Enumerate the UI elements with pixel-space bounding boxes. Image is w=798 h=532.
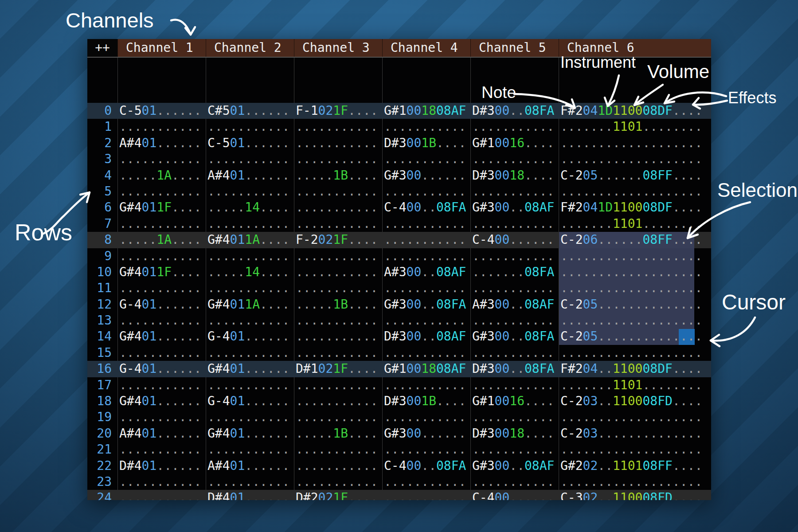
pattern-cell-ch1[interactable]: G#401...... [117,329,206,344]
pattern-cell-ch2[interactable]: A#401...... [206,168,294,184]
pattern-cell-ch4[interactable]: G#1001808AF [382,361,470,377]
pattern-cell-ch6[interactable]: F#204..110008DF.... [559,361,711,377]
pattern-cell-ch3[interactable]: ........... [294,216,382,232]
pattern-cell-ch1[interactable]: ........... [117,345,206,361]
pattern-cell-ch6[interactable]: ................... [559,409,711,425]
pattern-cell-ch4[interactable]: D#3001B.... [382,135,470,151]
pattern-cell-ch3[interactable]: ........... [294,264,382,280]
pattern-cell-ch6[interactable]: C-205......08FF.... [559,168,711,184]
pattern-cell-ch3[interactable]: .....1B.... [294,297,382,313]
pattern-cell-ch5[interactable]: ........... [470,248,559,264]
pattern-cell-ch6[interactable]: ................... [559,474,711,490]
pattern-cell-ch3[interactable]: ........... [294,345,382,361]
pattern-cell-ch3[interactable]: ........... [294,280,382,296]
pattern-cell-ch3[interactable]: .....1B.... [294,426,382,442]
pattern-cell-ch2[interactable]: ........... [206,313,294,329]
pattern-cell-ch3[interactable]: ........... [294,313,382,329]
pattern-cell-ch4[interactable]: ........... [382,490,470,500]
pattern-cell-ch3[interactable]: F-2021F.... [294,232,382,248]
pattern-cell-ch2[interactable]: G#401...... [206,426,294,442]
pattern-cell-ch1[interactable]: .....1A.... [117,168,206,184]
pattern-cell-ch1[interactable]: G#4011F.... [117,200,206,215]
pattern-cell-ch1[interactable]: ........... [117,151,206,167]
pattern-cell-ch4[interactable]: ........... [382,377,470,393]
pattern-cell-ch5[interactable]: G#300..08AF [470,200,559,215]
pattern-cell-ch4[interactable]: ........... [382,216,470,232]
pattern-cell-ch3[interactable]: ........... [294,442,382,458]
pattern-cell-ch2[interactable]: ........... [206,442,294,458]
pattern-cell-ch5[interactable]: ........... [470,345,559,361]
pattern-cell-ch3[interactable]: ........... [294,474,382,490]
pattern-cell-ch5[interactable]: ........... [470,184,559,200]
pattern-cell-ch1[interactable]: ........... [117,474,206,490]
pattern-cell-ch4[interactable]: ........... [382,119,470,135]
pattern-cell-ch2[interactable]: C#501...... [206,103,294,119]
pattern-cell-ch5[interactable]: G#10016.... [470,135,559,151]
pattern-cell-ch6[interactable]: ................... [559,345,711,361]
pattern-cell-ch1[interactable]: G#4011F.... [117,264,206,280]
pattern-cell-ch2[interactable]: ........... [206,216,294,232]
pattern-cell-ch1[interactable]: ........... [117,280,206,296]
pattern-cell-ch4[interactable]: ........... [382,151,470,167]
pattern-cell-ch3[interactable]: ........... [294,409,382,425]
pattern-cell-ch1[interactable]: D#401...... [117,458,206,474]
pattern-cell-ch3[interactable]: D#2021F.... [294,490,382,500]
pattern-cell-ch2[interactable]: G#4011A.... [206,297,294,313]
pattern-cell-ch4[interactable]: G#1001808AF [382,103,470,119]
pattern-cell-ch4[interactable]: ........... [382,474,470,490]
pattern-cell-ch2[interactable]: G#401...... [206,361,294,377]
pattern-cell-ch5[interactable]: D#30018.... [470,426,559,442]
pattern-cell-ch4[interactable]: G#300...... [382,426,470,442]
pattern-cell-ch2[interactable]: D#401...... [206,490,294,500]
pattern-cell-ch3[interactable]: ........... [294,119,382,135]
pattern-cell-ch2[interactable]: ........... [206,248,294,264]
pattern-cell-ch3[interactable]: ........... [294,393,382,409]
pattern-cell-ch6[interactable]: ................... [559,442,711,458]
pattern-cell-ch5[interactable]: C-400...... [470,232,559,248]
channel-header-1[interactable]: Channel 1 [117,39,206,57]
pattern-cell-ch2[interactable]: ........... [206,377,294,393]
pattern-cell-ch5[interactable]: ........... [470,313,559,329]
pattern-cell-ch2[interactable]: ........... [206,280,294,296]
pattern-cell-ch6[interactable]: G#202..110108FF.... [559,458,711,474]
pattern-cell-ch5[interactable]: D#300..08FA [470,361,559,377]
pattern-cell-ch4[interactable]: ........... [382,442,470,458]
pattern-cell-ch5[interactable]: D#30018.... [470,168,559,184]
pattern-cell-ch2[interactable]: ........... [206,151,294,167]
pattern-cell-ch3[interactable]: ........... [294,377,382,393]
pattern-cell-ch4[interactable]: C-400..08FA [382,458,470,474]
pattern-cell-ch6[interactable]: ................... [559,313,711,329]
channel-header-4[interactable]: Channel 4 [382,39,470,57]
pattern-cell-ch6[interactable]: ................... [559,151,711,167]
pattern-cell-ch6[interactable]: F#2041D110008DF.... [559,103,711,119]
pattern-cell-ch4[interactable]: ........... [382,248,470,264]
pattern-cell-ch3[interactable]: ........... [294,329,382,344]
pattern-cell-ch4[interactable]: G#300..08FA [382,297,470,313]
pattern-cell-ch1[interactable]: G-401...... [117,297,206,313]
pattern-cell-ch4[interactable]: ........... [382,409,470,425]
pattern-cell-ch2[interactable]: .....14.... [206,264,294,280]
pattern-cell-ch6[interactable]: C-206......08FF.... [559,232,711,248]
pattern-cell-ch4[interactable]: ........... [382,184,470,200]
pattern-cell-ch5[interactable]: ........... [470,216,559,232]
pattern-cell-ch6[interactable]: C-205.............. [559,297,711,313]
pattern-cell-ch1[interactable]: A#401...... [117,426,206,442]
pattern-cell-ch5[interactable]: C-400...... [470,490,559,500]
pattern-cell-ch3[interactable]: ........... [294,458,382,474]
pattern-cell-ch4[interactable]: ........... [382,280,470,296]
pattern-cell-ch2[interactable]: C-501...... [206,135,294,151]
pattern-cell-ch1[interactable]: ........... [117,313,206,329]
pattern-cell-ch4[interactable]: D#300..08AF [382,329,470,344]
pattern-cell-ch2[interactable]: ........... [206,409,294,425]
pattern-cell-ch5[interactable]: G#300..08FA [470,329,559,344]
channel-header-5[interactable]: Channel 5 [470,39,559,57]
pattern-cell-ch1[interactable]: G#401...... [117,393,206,409]
pattern-cell-ch6[interactable]: .......1101........ [559,216,711,232]
pattern-cell-ch5[interactable]: G#10016.... [470,393,559,409]
pattern-cell-ch1[interactable]: G-401...... [117,361,206,377]
pattern-cell-ch3[interactable]: .....1B.... [294,168,382,184]
pattern-cell-ch6[interactable]: C-302..110008FD.... [559,490,711,500]
pattern-cell-ch1[interactable]: C-501...... [117,103,206,119]
pattern-cell-ch5[interactable]: ........... [470,474,559,490]
pattern-cell-ch6[interactable]: .......1101........ [559,119,711,135]
